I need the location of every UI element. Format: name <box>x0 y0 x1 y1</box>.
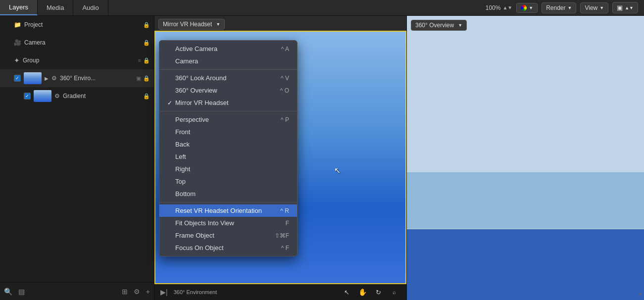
settings-icon[interactable]: ⚙ <box>134 288 140 296</box>
tab-media-label: Media <box>47 4 64 11</box>
layer-checkbox-gradient[interactable] <box>24 93 31 100</box>
layer-item-gradient[interactable]: ⚙ Gradient 🔒 <box>0 87 154 105</box>
menu-item-camera[interactable]: Camera <box>159 55 297 67</box>
triangle-icon: ▶ <box>45 76 49 81</box>
shortcut-360-look: ^ V <box>281 75 289 82</box>
separator-3 <box>159 202 297 202</box>
shortcut-fit-objects: F <box>286 220 289 227</box>
viewport-toolbar: Mirror VR Headset ▼ Active Camera ^ A Ca… <box>154 16 406 33</box>
view-label: View <box>585 4 597 11</box>
layer-name-group: Group <box>23 57 135 64</box>
group-icon: ✦ <box>14 56 20 64</box>
menu-label-active-camera: Active Camera <box>175 45 217 52</box>
lock-icon-camera: 🔒 <box>143 40 150 46</box>
add-icon[interactable]: + <box>146 288 150 296</box>
layer-name-camera: Camera <box>24 39 140 46</box>
menu-label-front: Front <box>175 128 190 136</box>
right-dropdown-chevron-icon: ▼ <box>458 23 462 28</box>
layer-item-env360[interactable]: ▶ ⚙ 360° Enviro... ▣ 🔒 <box>0 69 154 87</box>
canvas-stripe-dark <box>407 229 644 300</box>
layer-name-project: Project <box>24 21 140 28</box>
canvas-stripe-sky <box>407 16 644 172</box>
viewport-dropdown-right[interactable]: 360° Overview ▼ <box>411 20 467 31</box>
menu-item-focus-on-object[interactable]: Focus On Object ^ F <box>159 242 297 254</box>
hand-tool-btn[interactable]: ✋ <box>356 287 369 298</box>
dropdown-chevron-icon: ▼ <box>216 22 220 27</box>
view-chevron-icon: ▼ <box>599 5 604 10</box>
tab-layers[interactable]: Layers <box>0 0 38 15</box>
layer-name-env360: 360° Enviro... <box>60 75 133 82</box>
menu-item-top[interactable]: Top <box>159 175 297 188</box>
layer-checkbox-env360[interactable] <box>14 75 21 82</box>
layers-icon[interactable]: ▤ <box>18 288 25 296</box>
shortcut-reset-vr: ^ R <box>280 207 289 214</box>
tab-audio[interactable]: Audio <box>73 0 108 15</box>
render-btn[interactable]: Render ▼ <box>542 2 576 13</box>
shortcut-active-camera: ^ A <box>281 46 289 52</box>
grid-icon[interactable]: ⊞ <box>122 288 128 296</box>
tool-group: ↖ ✋ ↻ ⌕ <box>340 287 400 298</box>
layer-item-project[interactable]: 📁 Project 🔒 <box>0 16 154 34</box>
menu-item-reset-vr[interactable]: Reset VR Headset Orientation ^ R <box>159 204 297 217</box>
layer-item-camera[interactable]: 🎥 Camera 🔒 <box>0 34 154 51</box>
layer-item-group[interactable]: ✦ Group ≡ 🔒 <box>0 51 154 69</box>
zoom-tool-btn[interactable]: ⌕ <box>388 287 400 298</box>
window-icon: ▣ <box>617 4 623 11</box>
menu-label-reset-vr: Reset VR Headset Orientation <box>175 207 262 214</box>
menu-label-right: Right <box>175 165 190 173</box>
gear-icon-gradient: ⚙ <box>54 93 60 100</box>
menu-label-left: Left <box>175 153 186 160</box>
menu-item-bottom[interactable]: Bottom <box>159 188 297 200</box>
render-label: Render <box>546 4 565 11</box>
menu-item-360-overview[interactable]: 360° Overview ^ O <box>159 84 297 97</box>
main-layout: 📁 Project 🔒 🎥 Camera 🔒 ✦ Group ≡ 🔒 <box>0 16 644 300</box>
viewport-dropdown-left[interactable]: Mirror VR Headset ▼ Active Camera ^ A Ca… <box>158 19 225 30</box>
separator-1 <box>159 69 297 70</box>
resize-handle[interactable]: ↗ <box>637 291 642 298</box>
menu-label-360-look: 360° Look Around <box>175 74 227 82</box>
tab-layers-label: Layers <box>9 3 28 11</box>
menu-item-front[interactable]: Front <box>159 126 297 138</box>
expand-icon: ≡ <box>138 57 141 64</box>
menu-item-mirror-vr[interactable]: ✓ Mirror VR Headset <box>159 97 297 109</box>
playhead-icon: ▶| <box>160 288 168 296</box>
tab-media[interactable]: Media <box>38 0 73 15</box>
viewport-bottom-bar: ▶| 360° Environment ↖ ✋ ↻ ⌕ <box>154 284 406 300</box>
rotate-tool-btn[interactable]: ↻ <box>372 287 385 298</box>
view-btn[interactable]: View ▼ <box>580 2 608 13</box>
menu-item-left[interactable]: Left <box>159 150 297 163</box>
layer-right-icons-gradient: 🔒 <box>143 93 150 100</box>
right-viewport-toolbar: 360° Overview ▼ <box>411 20 467 31</box>
search-icon[interactable]: 🔍 <box>4 288 12 296</box>
menu-item-perspective[interactable]: Perspective ^ P <box>159 113 297 126</box>
layer-thumb-env360 <box>24 72 42 84</box>
menu-label-top: Top <box>175 178 186 185</box>
zoom-control[interactable]: 100% ▲▼ <box>486 4 513 11</box>
window-chevron-icon: ▲▼ <box>625 5 634 10</box>
expand-icon-env360: ▣ <box>136 75 141 82</box>
tab-audio-label: Audio <box>82 4 99 11</box>
menu-label-perspective: Perspective <box>175 116 209 123</box>
window-btn[interactable]: ▣ ▲▼ <box>612 2 638 13</box>
menu-item-fit-objects[interactable]: Fit Objects Into View F <box>159 217 297 229</box>
menu-label-back: Back <box>175 141 190 148</box>
menu-item-right[interactable]: Right <box>159 163 297 175</box>
sidebar: 📁 Project 🔒 🎥 Camera 🔒 ✦ Group ≡ 🔒 <box>0 16 154 300</box>
top-bar: Layers Media Audio 100% ▲▼ ▼ Render ▼ Vi… <box>0 0 644 16</box>
layer-right-icons-camera: 🔒 <box>143 40 150 46</box>
menu-item-360-look-around[interactable]: 360° Look Around ^ V <box>159 72 297 84</box>
zoom-chevron-icon: ▲▼ <box>502 5 512 10</box>
menu-item-back[interactable]: Back <box>159 138 297 150</box>
shortcut-focus-on-object: ^ F <box>281 245 289 251</box>
select-tool-btn[interactable]: ↖ <box>340 287 353 298</box>
color-profile-btn[interactable]: ▼ <box>516 3 538 13</box>
shortcut-perspective: ^ P <box>281 116 289 123</box>
menu-item-frame-object[interactable]: Frame Object ⇧⌘F <box>159 229 297 242</box>
layer-right-icons-group: ≡ 🔒 <box>138 57 150 64</box>
menu-item-active-camera[interactable]: Active Camera ^ A <box>159 43 297 55</box>
lock-icon-gradient: 🔒 <box>143 93 150 100</box>
sidebar-bottom: 🔍 ▤ ⊞ ⚙ + <box>0 282 154 300</box>
dropdown-menu: Active Camera ^ A Camera 360° Look Aroun… <box>159 40 297 256</box>
camera-icon: 🎥 <box>14 39 21 46</box>
gear-icon-env360: ⚙ <box>51 75 57 82</box>
